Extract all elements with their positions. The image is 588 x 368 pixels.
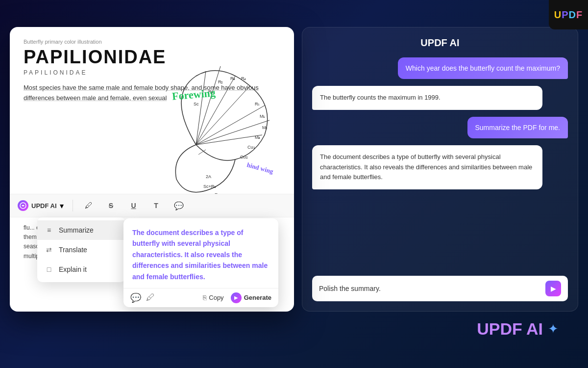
toolbar-comment-btn[interactable]: 💬	[172, 199, 186, 212]
ai-chat-panel: UPDF AI Which year does the butterfly co…	[302, 27, 578, 312]
copy-button[interactable]: ⎘ Copy	[203, 294, 223, 301]
user-message-1: Which year does the butterfly count the …	[398, 57, 568, 79]
updf-ai-brand-text: UPDF AI	[477, 319, 543, 339]
summarize-bottom-bar: 💬 🖊 ⎘ Copy ▶ Generate	[123, 288, 278, 307]
updf-ai-icon	[18, 200, 28, 211]
butterfly-area: Forewing hind wing R₂ R₃ R₄ R₁	[157, 56, 284, 204]
translate-icon: ⇄	[44, 245, 54, 255]
generate-button[interactable]: ▶ Generate	[231, 292, 271, 303]
comment-btn[interactable]: 💬	[130, 292, 141, 303]
toolbar-chevron: ▾	[60, 201, 64, 210]
copy-label: Copy	[209, 294, 223, 301]
updf-ai-brand: UPDF AI ✦	[477, 319, 559, 339]
pdf-subtitle: Butterfly primary color illustration	[24, 39, 280, 45]
logo-u: U	[554, 9, 562, 20]
toolbar-updf-ai[interactable]: UPDF AI ▾	[18, 200, 64, 211]
chat-input[interactable]	[319, 285, 541, 292]
summarize-icon: ≡	[44, 225, 54, 235]
pdf-toolbar: UPDF AI ▾ 🖊 S U T 💬	[10, 194, 294, 217]
wing-diagram: R₂ R₃ R₄ R₁ Sc R₅ M₁ M₂ M₃ Cu₁ Cu₂ 2A Sc…	[157, 56, 284, 204]
svg-line-3	[196, 71, 206, 145]
svg-line-1	[196, 76, 235, 145]
ai-message-1: The butterfly counts the maximum in 1999…	[312, 86, 542, 110]
highlight-btn[interactable]: 🖊	[146, 292, 155, 303]
generate-label: Generate	[244, 294, 271, 301]
toolbar-highlight-btn[interactable]: 🖊	[82, 199, 96, 212]
dropdown-summarize[interactable]: ≡ Summarize	[37, 220, 125, 240]
user-message-2-wrapper: Summarize the PDF for me.	[312, 117, 568, 138]
svg-text:Sc+R₁: Sc+R₁	[203, 184, 216, 189]
svg-line-6	[196, 135, 262, 145]
toolbar-separator	[73, 200, 73, 211]
chat-spacer	[312, 196, 568, 269]
main-container: Butterfly primary color illustration PAP…	[10, 27, 578, 358]
svg-text:M₁: M₁	[260, 114, 266, 119]
toolbar-text-btn[interactable]: T	[149, 199, 163, 212]
updf-logo-text: UPDF	[554, 9, 583, 21]
dropdown-explain[interactable]: □ Explain it	[37, 260, 125, 279]
chat-input-area: ▶	[312, 276, 568, 301]
ai-panel-title: UPDF AI	[312, 37, 568, 49]
chat-send-button[interactable]: ▶	[545, 281, 561, 296]
svg-text:R₂: R₂	[218, 79, 223, 84]
svg-text:Sc: Sc	[194, 102, 199, 106]
svg-text:Cu₁: Cu₁	[247, 145, 255, 150]
toolbar-ai-label: UPDF AI	[31, 202, 57, 210]
svg-text:R₃: R₃	[230, 76, 236, 81]
svg-text:R₄: R₄	[241, 76, 246, 81]
svg-text:M₂: M₂	[262, 125, 268, 130]
generate-icon: ▶	[231, 292, 242, 303]
send-icon: ▶	[551, 285, 556, 292]
summarize-popup: The document describes a type of butterf…	[123, 218, 278, 307]
svg-text:M₃: M₃	[255, 135, 261, 140]
ai-message-2: The document describes a type of butterf…	[312, 145, 542, 189]
user-message-1-wrapper: Which year does the butterfly count the …	[312, 57, 568, 79]
sparkle-icon: ✦	[548, 321, 559, 337]
dropdown-translate[interactable]: ⇄ Translate	[37, 240, 125, 260]
svg-text:Cu₂: Cu₂	[240, 155, 248, 159]
updf-logo-corner: UPDF	[549, 0, 588, 29]
ai-dropdown-menu: ≡ Summarize ⇄ Translate □ Explain it	[37, 217, 125, 282]
summarize-label: Summarize	[59, 226, 94, 234]
user-message-2: Summarize the PDF for me.	[467, 117, 568, 138]
logo-f: F	[576, 9, 583, 20]
summarize-text-area: The document describes a type of butterf…	[123, 218, 278, 288]
svg-text:R₅: R₅	[255, 102, 260, 106]
translate-label: Translate	[59, 246, 87, 254]
svg-text:2A: 2A	[206, 174, 211, 179]
logo-d: D	[569, 9, 576, 20]
summarize-result-text: The document describes a type of butterf…	[132, 227, 270, 282]
explain-label: Explain it	[59, 265, 87, 273]
pdf-panel: Butterfly primary color illustration PAP…	[10, 27, 294, 312]
toolbar-strikethrough-btn[interactable]: S	[104, 199, 118, 212]
explain-icon: □	[44, 264, 54, 274]
logo-p: P	[562, 9, 568, 20]
toolbar-underline-btn[interactable]: U	[127, 199, 141, 212]
